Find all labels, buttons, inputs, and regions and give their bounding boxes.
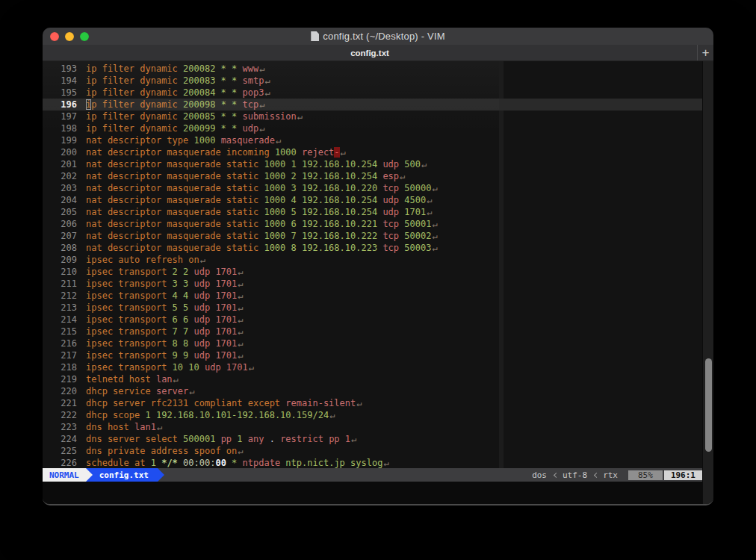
syntax-token: ipsec transport (86, 314, 173, 325)
line-text: nat descriptor masquerade static 1000 7 … (77, 230, 438, 242)
line-number: 222 (43, 409, 77, 421)
syntax-token: 10 10 (173, 362, 205, 373)
tab-config-txt[interactable]: config.txt (43, 45, 697, 60)
editor-line[interactable]: 202nat descriptor masquerade static 1000… (43, 170, 702, 182)
eol-mark: ↵ (426, 195, 432, 205)
editor-line[interactable]: 222dhcp scope 1 192.168.10.101-192.168.1… (43, 409, 702, 421)
line-text: ipsec transport 2 2 udp 1701↵ (77, 266, 244, 278)
scroll-percent-badge: 85% (628, 470, 663, 480)
syntax-token: 50003 (404, 243, 431, 253)
eol-mark: ↵ (329, 410, 335, 420)
editor-line[interactable]: 193ip filter dynamic 200082 * * www↵ (43, 63, 702, 75)
editor-line[interactable]: 226schedule at 1 */* 00:00:00 * ntpdate … (43, 457, 702, 468)
editor-line[interactable]: 205nat descriptor masquerade static 1000… (43, 206, 702, 218)
line-number: 202 (43, 170, 77, 182)
editor-line[interactable]: 199nat descriptor type 1000 masquerade↵ (43, 134, 702, 146)
syntax-token: pp (221, 434, 238, 444)
editor-area[interactable]: 193ip filter dynamic 200082 * * www↵194i… (43, 61, 702, 468)
syntax-token: 4500 (404, 195, 426, 205)
editor-line[interactable]: 211ipsec transport 3 3 udp 1701↵ (43, 278, 702, 290)
editor-line[interactable]: 204nat descriptor masquerade static 1000… (43, 194, 702, 206)
command-line-area[interactable] (43, 482, 702, 504)
editor-line[interactable]: 207nat descriptor masquerade static 1000… (43, 230, 702, 242)
editor-line[interactable]: 209ipsec auto refresh on↵ (43, 254, 702, 266)
title-bar[interactable]: config.txt (~/Desktop) - VIM (43, 28, 713, 45)
syntax-token: dhcp server rfc2131 compliant except (86, 398, 285, 408)
line-text: ip filter dynamic 200083 * * smtp↵ (77, 75, 270, 87)
editor-line[interactable]: 216ipsec transport 8 8 udp 1701↵ (43, 337, 702, 349)
syntax-token: 2 2 (173, 267, 194, 277)
syntax-token: telnetd host (86, 374, 156, 385)
scrollbar-thumb[interactable] (705, 358, 712, 452)
editor-line[interactable]: 219telnetd host lan↵ (43, 373, 702, 385)
syntax-token: 1000 8 192.168.10.223 (264, 243, 382, 253)
syntax-token: p filter dynamic (91, 99, 183, 110)
editor-line[interactable]: 215ipsec transport 7 7 udp 1701↵ (43, 326, 702, 337)
syntax-token: nat descriptor masquerade static (86, 195, 264, 205)
line-text: nat descriptor masquerade static 1000 8 … (77, 242, 438, 254)
syntax-token: 200083 * * (183, 75, 242, 86)
editor-line[interactable]: 225dns private address spoof on↵ (43, 445, 702, 457)
editor-line[interactable]: 208nat descriptor masquerade static 1000… (43, 242, 702, 254)
new-tab-button[interactable]: + (697, 45, 713, 60)
syntax-token: submission (243, 111, 297, 122)
editor-line[interactable]: 218ipsec transport 10 10 udp 1701↵ (43, 361, 702, 373)
editor-line[interactable]: 196ip filter dynamic 200098 * * tcp↵ (43, 99, 702, 111)
line-number: 199 (43, 134, 77, 146)
syntax-token: esp (382, 171, 399, 181)
editor-line[interactable]: 214ipsec transport 6 6 udp 1701↵ (43, 314, 702, 326)
editor-line[interactable]: 206nat descriptor masquerade static 1000… (43, 218, 702, 230)
editor-line[interactable]: 223dns host lan1↵ (43, 421, 702, 433)
syntax-token: nat descriptor masquerade static (86, 243, 264, 253)
line-text: nat descriptor masquerade incoming 1000 … (77, 146, 346, 158)
editor-line[interactable]: 198ip filter dynamic 200099 * * udp↵ (43, 122, 702, 134)
syntax-token: tcp (382, 231, 404, 241)
line-text: dns private address spoof on↵ (77, 445, 244, 457)
editor-line[interactable]: 224dns server select 500001 pp 1 any . r… (43, 433, 702, 445)
syntax-token: 500 (404, 159, 421, 169)
syntax-token: any (248, 434, 270, 444)
line-text: ipsec transport 3 3 udp 1701↵ (77, 278, 244, 290)
editor-line[interactable]: 201nat descriptor masquerade static 1000… (43, 158, 702, 170)
editor-line[interactable]: 220dhcp service server↵ (43, 385, 702, 397)
eol-mark: ↵ (237, 350, 243, 361)
line-number: 204 (43, 194, 77, 206)
line-number: 194 (43, 75, 77, 87)
syntax-token: udp 1701 (194, 290, 238, 301)
line-text: nat descriptor masquerade static 1000 6 … (77, 218, 438, 230)
line-text: ip filter dynamic 200082 * * www↵ (77, 63, 264, 75)
line-text: schedule at 1 */* 00:00:00 * ntpdate ntp… (77, 457, 389, 468)
tab-bar: config.txt + (43, 45, 713, 61)
syntax-token: ipsec transport (86, 279, 173, 289)
syntax-token: udp 1701 (194, 326, 238, 337)
editor-line[interactable]: 194ip filter dynamic 200083 * * smtp↵ (43, 75, 702, 87)
syntax-token: server (156, 386, 188, 396)
line-number: 225 (43, 445, 77, 457)
chevron-left-icon (594, 472, 599, 477)
syntax-token: 8 8 (173, 338, 194, 349)
line-text: ip filter dynamic 200098 * * tcp↵ (77, 99, 264, 111)
editor-line[interactable]: 200nat descriptor masquerade incoming 10… (43, 146, 702, 158)
syntax-token: udp 1701 (194, 279, 238, 289)
syntax-token: tcp (382, 243, 404, 253)
eol-mark: ↵ (173, 374, 179, 385)
powerline-arrow-icon (86, 468, 93, 482)
line-text: ipsec transport 7 7 udp 1701↵ (77, 326, 244, 337)
editor-line[interactable]: 203nat descriptor masquerade static 1000… (43, 182, 702, 194)
editor-line[interactable]: 217ipsec transport 9 9 udp 1701↵ (43, 349, 702, 361)
syntax-token: udp 1701 (194, 267, 238, 277)
editor-line[interactable]: 221dhcp server rfc2131 compliant except … (43, 397, 702, 409)
line-text: nat descriptor masquerade static 1000 4 … (77, 194, 432, 206)
editor-line[interactable]: 213ipsec transport 5 5 udp 1701↵ (43, 302, 702, 314)
editor-line[interactable]: 212ipsec transport 4 4 udp 1701↵ (43, 290, 702, 302)
line-number: 203 (43, 182, 77, 194)
eol-mark: ↵ (297, 111, 303, 122)
syntax-token: . (270, 434, 280, 444)
scrollbar-track[interactable] (702, 61, 713, 504)
line-text: ipsec auto refresh on↵ (77, 254, 205, 266)
syntax-token: 1000 4 192.168.10.254 (264, 195, 382, 205)
editor-line[interactable]: 210ipsec transport 2 2 udp 1701↵ (43, 266, 702, 278)
editor-line[interactable]: 197ip filter dynamic 200085 * * submissi… (43, 111, 702, 122)
syntax-token: udp 1701 (194, 350, 238, 361)
editor-line[interactable]: 195ip filter dynamic 200084 * * pop3↵ (43, 87, 702, 99)
